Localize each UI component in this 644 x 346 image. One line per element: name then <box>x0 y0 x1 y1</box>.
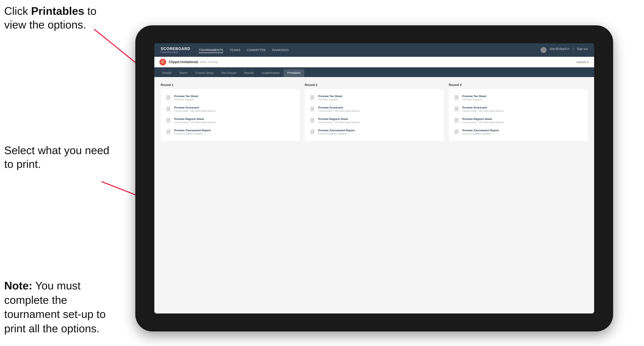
print-item-label: Preview Tournament Report <box>318 129 354 132</box>
svg-rect-10 <box>310 118 314 122</box>
round-card-1: Preview Tee SheetTee Sheet required Prev… <box>161 89 300 141</box>
tournament-badge: (Men) <box>200 60 207 64</box>
tablet-screen: SCOREBOARD Powered by clippd TOURNAMENTS… <box>154 43 594 314</box>
print-item-text: Preview Tournament ReportRound Completio… <box>318 129 354 135</box>
tab-details[interactable]: Details <box>158 69 175 77</box>
tab-teams[interactable]: Teams <box>175 69 192 77</box>
tab-printables[interactable]: Printables <box>284 69 304 77</box>
svg-rect-4 <box>166 95 170 100</box>
print-item-2-4[interactable]: Preview Tournament ReportRound Completio… <box>308 127 440 138</box>
print-item-text: Preview Tee SheetTee Sheet required <box>462 95 486 101</box>
print-item-label: Preview Tee Sheet <box>318 95 342 98</box>
sign-out-separator: | <box>573 47 574 53</box>
tab-bar: Details Teams Course Setup Tee Groups Re… <box>154 67 594 77</box>
print-item-sublabel: Tee Sheet required <box>174 98 198 101</box>
nav-link-teams[interactable]: TEAMS <box>230 47 240 53</box>
tab-tee-groups[interactable]: Tee Groups <box>217 69 240 77</box>
document-icon <box>454 129 460 136</box>
document-icon <box>310 95 316 101</box>
print-item-3-3[interactable]: Preview Raguzzi SheetCourse setup + Tee … <box>452 115 584 126</box>
svg-rect-6 <box>166 118 170 122</box>
main-content: Round 1 Preview Tee SheetTee Sheet requi… <box>154 77 594 314</box>
round-card-2: Preview Tee SheetTee Sheet required Prev… <box>305 89 444 141</box>
print-item-text: Preview Raguzzi SheetCourse setup + Tee … <box>318 117 360 124</box>
print-item-text: Preview ScorecardCourse setup + Tee Shee… <box>318 106 360 112</box>
document-icon <box>166 95 172 101</box>
nav-link-tournaments[interactable]: TOURNAMENTS <box>199 47 223 53</box>
sub-header: C Clippd Invitational (Men) Hosting Canc… <box>154 57 594 67</box>
print-item-1-3[interactable]: Preview Raguzzi SheetCourse setup + Tee … <box>164 115 296 126</box>
tournament-title: Clippd Invitational <box>169 60 198 64</box>
print-item-sublabel: Round Completion required <box>462 132 499 135</box>
document-icon <box>454 95 460 101</box>
svg-rect-5 <box>166 107 170 111</box>
annotation-middle: Select what you need to print. <box>4 144 110 171</box>
logo-letter: C <box>162 60 164 64</box>
print-item-3-1[interactable]: Preview Tee SheetTee Sheet required <box>452 92 584 103</box>
print-item-3-2[interactable]: Preview ScorecardCourse setup + Tee Shee… <box>452 104 584 115</box>
sign-out-link[interactable]: Sign out <box>577 47 588 53</box>
document-icon <box>166 129 172 136</box>
tab-leaderboards[interactable]: Leaderboards <box>258 69 284 77</box>
svg-rect-13 <box>455 107 458 111</box>
print-item-label: Preview Scorecard <box>174 106 216 109</box>
rounds-grid: Round 1 Preview Tee SheetTee Sheet requi… <box>161 83 588 141</box>
print-item-2-1[interactable]: Preview Tee SheetTee Sheet required <box>308 92 440 103</box>
cancel-button[interactable]: Cancel ✕ <box>576 60 589 64</box>
tab-course-setup[interactable]: Course Setup <box>192 69 217 77</box>
svg-rect-11 <box>310 130 314 134</box>
print-item-label: Preview Scorecard <box>462 106 504 109</box>
print-item-sublabel: Tee Sheet required <box>318 98 342 101</box>
print-item-1-4[interactable]: Preview Tournament ReportRound Completio… <box>164 127 296 138</box>
print-item-text: Preview Raguzzi SheetCourse setup + Tee … <box>174 117 216 124</box>
svg-rect-9 <box>310 107 314 111</box>
print-item-label: Preview Raguzzi Sheet <box>462 117 504 121</box>
round-section-2: Round 2 Preview Tee SheetTee Sheet requi… <box>305 83 444 141</box>
print-item-text: Preview Tee SheetTee Sheet required <box>318 95 342 101</box>
document-icon <box>454 117 460 124</box>
print-item-1-1[interactable]: Preview Tee SheetTee Sheet required <box>164 92 296 103</box>
user-avatar <box>540 47 546 53</box>
svg-rect-12 <box>455 95 458 100</box>
round-section-1: Round 1 Preview Tee SheetTee Sheet requi… <box>161 83 300 141</box>
scoreboard-logo: SCOREBOARD Powered by clippd <box>161 47 190 53</box>
print-item-1-2[interactable]: Preview ScorecardCourse setup + Tee Shee… <box>164 104 296 115</box>
print-item-2-3[interactable]: Preview Raguzzi SheetCourse setup + Tee … <box>308 115 440 126</box>
tournament-status: Hosting <box>209 60 218 64</box>
tab-results[interactable]: Results <box>240 69 258 77</box>
annotation-middle-text: Select what you need to print. <box>4 144 109 170</box>
print-item-sublabel: Course setup + Tee Sheet data required <box>318 110 360 112</box>
top-nav: SCOREBOARD Powered by clippd TOURNAMENTS… <box>154 43 594 57</box>
print-item-text: Preview ScorecardCourse setup + Tee Shee… <box>462 106 504 112</box>
print-item-text: Preview Tournament ReportRound Completio… <box>174 129 210 135</box>
print-item-sublabel: Course setup + Tee Sheet data required <box>462 121 504 124</box>
print-item-text: Preview Tournament ReportRound Completio… <box>462 129 499 135</box>
svg-rect-14 <box>455 118 458 122</box>
print-item-2-2[interactable]: Preview ScorecardCourse setup + Tee Shee… <box>308 104 440 115</box>
sub-header-logo: C <box>160 59 166 65</box>
nav-link-committee[interactable]: COMMITTEE <box>247 47 266 53</box>
annotation-bottom: Note: You must complete the tournament s… <box>4 279 116 336</box>
nav-link-rankings[interactable]: RANKINGS <box>272 47 288 53</box>
user-email: blair@clippd.io <box>550 47 569 53</box>
document-icon <box>310 129 316 136</box>
print-item-sublabel: Course setup + Tee Sheet data required <box>462 110 504 112</box>
round-title-1: Round 1 <box>161 83 300 87</box>
print-item-label: Preview Tournament Report <box>174 129 210 132</box>
print-item-sublabel: Round Completion required <box>174 132 210 135</box>
round-section-3: Round 3 Preview Tee SheetTee Sheet requi… <box>449 83 588 141</box>
round-title-3: Round 3 <box>449 83 588 87</box>
print-item-text: Preview ScorecardCourse setup + Tee Shee… <box>174 106 216 112</box>
document-icon <box>166 117 172 124</box>
document-icon <box>454 106 460 113</box>
print-item-3-4[interactable]: Preview Tournament ReportRound Completio… <box>452 127 584 138</box>
print-item-sublabel: Course setup + Tee Sheet data required <box>318 121 360 124</box>
print-item-label: Preview Tee Sheet <box>462 95 486 98</box>
print-item-label: Preview Tee Sheet <box>174 95 198 98</box>
print-item-label: Preview Scorecard <box>318 106 360 109</box>
print-item-sublabel: Round Completion required <box>318 132 354 135</box>
print-item-sublabel: Course setup + Tee Sheet data required <box>174 110 216 112</box>
document-icon <box>310 117 316 124</box>
svg-rect-15 <box>455 130 458 134</box>
top-nav-links: TOURNAMENTS TEAMS COMMITTEE RANKINGS <box>199 47 540 53</box>
